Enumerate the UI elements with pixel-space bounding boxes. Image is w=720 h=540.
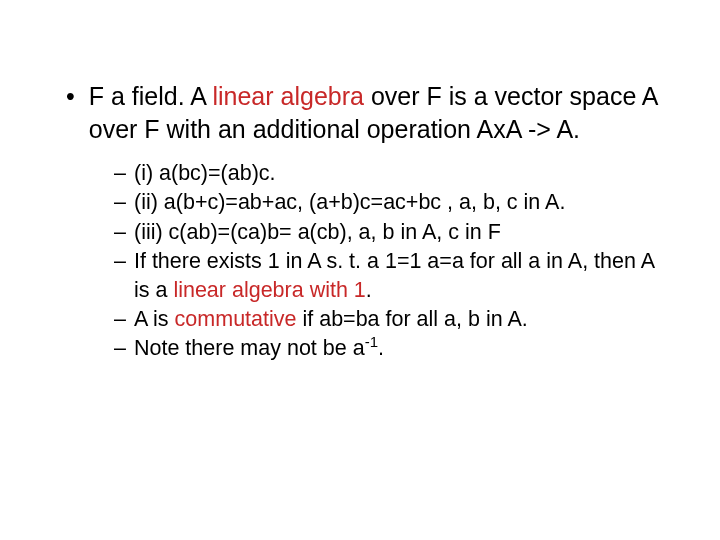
main-text-part3: A -> A.	[506, 115, 580, 143]
bullet-dot-icon: •	[66, 80, 75, 113]
sub-six-sup: -1	[365, 333, 378, 350]
sub-text-six: Note there may not be a-1.	[134, 334, 660, 362]
sub-item-six: – Note there may not be a-1.	[114, 334, 660, 362]
sub-text-five: A is commutative if ab=ba for all a, b i…	[134, 305, 660, 333]
sub-text-iii: (iii) c(ab)=(ca)b= a(cb), a, b in A, c i…	[134, 218, 660, 246]
sub-item-i: – (i) a(bc)=(ab)c.	[114, 159, 660, 187]
dash-icon: –	[114, 305, 126, 333]
sub-item-iii: – (iii) c(ab)=(ca)b= a(cb), a, b in A, c…	[114, 218, 660, 246]
sub-item-five: – A is commutative if ab=ba for all a, b…	[114, 305, 660, 333]
sub-list: – (i) a(bc)=(ab)c. – (ii) a(b+c)=ab+ac, …	[114, 159, 660, 363]
main-text-part1: F a field. A	[89, 82, 213, 110]
main-bullet-text: F a field. A linear algebra over F is a …	[89, 80, 660, 145]
sub-four-red: linear algebra with 1	[173, 278, 365, 302]
sub-five-red: commutative	[175, 307, 297, 331]
dash-icon: –	[114, 188, 126, 216]
sub-item-ii: – (ii) a(b+c)=ab+ac, (a+b)c=ac+bc , a, b…	[114, 188, 660, 216]
sub-five-part-b: if ab=ba for all a, b in A.	[296, 307, 527, 331]
sub-six-part-b: .	[378, 336, 384, 360]
dash-icon: –	[114, 334, 126, 362]
sub-five-part-a: A is	[134, 307, 175, 331]
sub-text-i: (i) a(bc)=(ab)c.	[134, 159, 660, 187]
sub-six-part-a: Note there may not be a	[134, 336, 365, 360]
main-text-red1: linear algebra	[212, 82, 364, 110]
dash-icon: –	[114, 218, 126, 246]
sub-item-four: – If there exists 1 in A s. t. a 1=1 a=a…	[114, 247, 660, 304]
sub-text-four: If there exists 1 in A s. t. a 1=1 a=a f…	[134, 247, 660, 304]
dash-icon: –	[114, 159, 126, 187]
sub-four-part-b: .	[366, 278, 372, 302]
sub-text-ii: (ii) a(b+c)=ab+ac, (a+b)c=ac+bc , a, b, …	[134, 188, 660, 216]
dash-icon: –	[114, 247, 126, 275]
main-text-x: x	[493, 115, 506, 143]
main-bullet-item: • F a field. A linear algebra over F is …	[60, 80, 660, 145]
slide-content: • F a field. A linear algebra over F is …	[0, 0, 720, 404]
